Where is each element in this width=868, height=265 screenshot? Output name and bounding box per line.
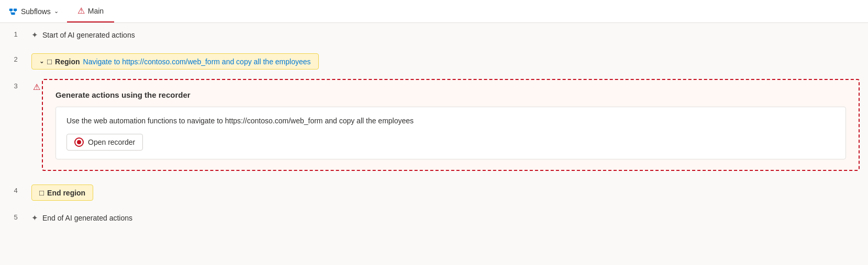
error-icon-container: ⚠: [31, 75, 42, 92]
warning-icon: ⚠: [77, 6, 85, 16]
region-header[interactable]: ⌄ □ Region Navigate to https://contoso.c…: [31, 53, 319, 70]
end-ai-action: ✦ End of AI generated actions: [31, 211, 860, 225]
sparkle-icon-end: ✦: [31, 213, 38, 223]
open-recorder-label: Open recorder: [88, 138, 135, 146]
sparkle-icon: ✦: [31, 30, 38, 40]
subflows-button[interactable]: Subflows ⌄: [0, 0, 67, 22]
generate-card: Generate actions using the recorder Use …: [42, 79, 860, 171]
flow-row-3: 3 ⚠ Generate actions using the recorder …: [0, 75, 868, 179]
region-prefix: Region: [55, 57, 80, 66]
content-area: 1 ✦ Start of AI generated actions 2 ⌄ □ …: [0, 23, 868, 265]
region-link[interactable]: Navigate to https://contoso.com/web_form…: [83, 57, 311, 66]
end-ai-label: End of AI generated actions: [42, 214, 132, 222]
end-region-icon: □: [39, 188, 44, 197]
error-circle-icon: ⚠: [33, 82, 40, 92]
row4-content: □ End region: [31, 179, 868, 206]
line-number-2: 2: [0, 48, 31, 71]
end-region-text: End region: [47, 189, 85, 197]
svg-rect-0: [9, 8, 13, 11]
region-icon: □: [47, 57, 52, 66]
chevron-icon: ⌄: [39, 58, 44, 65]
flow-row-2: 2 ⌄ □ Region Navigate to https://contoso…: [0, 48, 868, 75]
line-number-4: 4: [0, 179, 31, 202]
tab-bar: Subflows ⌄ ⚠ Main: [0, 0, 868, 23]
line-number-3: 3: [0, 75, 31, 97]
recorder-dot: [77, 140, 81, 144]
subflows-label: Subflows: [21, 7, 51, 16]
main-tab-label: Main: [88, 7, 104, 15]
open-recorder-button[interactable]: Open recorder: [66, 134, 143, 151]
generate-card-title: Generate actions using the recorder: [55, 90, 846, 99]
recorder-icon: [74, 137, 84, 147]
row1-content: ✦ Start of AI generated actions: [31, 23, 868, 47]
start-ai-label: Start of AI generated actions: [42, 31, 135, 39]
start-ai-action: ✦ Start of AI generated actions: [31, 28, 860, 42]
line-number-1: 1: [0, 23, 31, 45]
row5-content: ✦ End of AI generated actions: [31, 206, 868, 230]
row2-content: ⌄ □ Region Navigate to https://contoso.c…: [31, 48, 868, 75]
flow-row-5: 5 ✦ End of AI generated actions: [0, 206, 868, 231]
line-number-5: 5: [0, 206, 31, 228]
subflows-icon: [8, 7, 18, 16]
chevron-down-icon: ⌄: [54, 8, 59, 15]
end-region-label: □ End region: [31, 185, 93, 201]
flow-row-1: 1 ✦ Start of AI generated actions: [0, 23, 868, 48]
main-tab[interactable]: ⚠ Main: [67, 0, 114, 22]
svg-rect-1: [14, 8, 17, 11]
generate-card-inner: Use the web automation functions to navi…: [55, 107, 846, 159]
generate-card-wrapper: Generate actions using the recorder Use …: [42, 75, 868, 175]
flow-row-4: 4 □ End region: [0, 179, 868, 206]
generate-card-text: Use the web automation functions to navi…: [66, 116, 835, 126]
